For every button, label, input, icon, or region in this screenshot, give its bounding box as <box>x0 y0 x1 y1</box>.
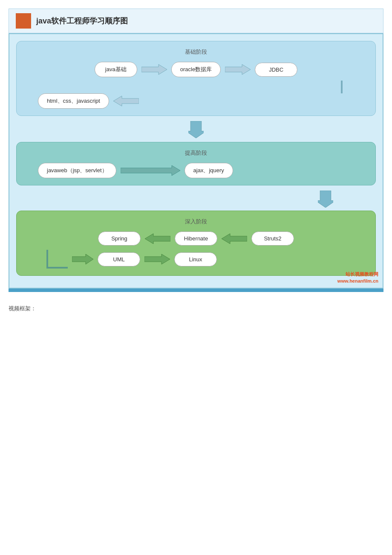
l-connector <box>46 250 68 269</box>
bottom-bar <box>9 289 383 292</box>
arrow-java-to-oracle <box>141 64 167 75</box>
svg-marker-8 <box>222 234 247 244</box>
down-arrow-basic-to-improve <box>188 121 204 139</box>
basic-row1: java基础 oracle数据库 JDBC <box>25 62 367 77</box>
arrow-uml-to-linux <box>144 253 170 265</box>
arrow-html-from-jdbc <box>113 95 139 107</box>
down-arrow-2-container <box>16 191 376 209</box>
node-html: html、css、javascript <box>38 93 109 109</box>
node-oracle: oracle数据库 <box>171 62 221 77</box>
arrow-hibernate-to-spring <box>145 233 170 245</box>
page-wrapper: java软件工程师学习顺序图 基础阶段 java基础 oracle数据库 <box>9 9 383 312</box>
arrow-oracle-to-jdbc <box>225 64 251 75</box>
title-bar: java软件工程师学习顺序图 <box>9 9 383 33</box>
svg-marker-5 <box>121 165 180 176</box>
deep-row2: UML Linux <box>25 250 367 269</box>
arrow-javaweb-to-ajax <box>121 165 180 176</box>
svg-marker-7 <box>145 234 170 244</box>
stage-improve: 提高阶段 javaweb（jsp、servlet） ajax、jquery <box>16 142 376 185</box>
node-ajax: ajax、jquery <box>184 163 233 178</box>
jdbc-down-connector <box>25 81 367 93</box>
down-arrow-1 <box>16 121 376 139</box>
watermark-line2: www.henanfilm.cn <box>337 278 378 284</box>
node-java-basic: java基础 <box>95 62 137 77</box>
node-struts2: Struts2 <box>251 231 294 246</box>
watermark-line1: 站长视频教程网 <box>337 271 378 278</box>
stage-deep: 深入阶段 Spring Hibernate Struts2 <box>16 211 376 276</box>
down-arrow-improve-to-deep <box>318 191 333 209</box>
arrow-l-to-uml <box>72 253 93 265</box>
stage-improve-label: 提高阶段 <box>25 149 367 157</box>
video-frame-label: 视频框架： <box>9 305 383 312</box>
svg-marker-1 <box>225 64 251 75</box>
node-hibernate: Hibernate <box>175 231 217 246</box>
svg-marker-9 <box>72 254 93 264</box>
arrow-struts-to-hibernate <box>222 233 247 245</box>
stage-basic: 基础阶段 java基础 oracle数据库 <box>16 41 376 116</box>
node-jdbc: JDBC <box>255 63 297 77</box>
stage-deep-label: 深入阶段 <box>25 218 367 225</box>
svg-marker-10 <box>144 254 170 264</box>
svg-marker-0 <box>141 64 167 75</box>
svg-marker-6 <box>318 191 333 208</box>
basic-row2: html、css、javascript <box>25 93 367 109</box>
node-uml: UML <box>98 252 140 266</box>
stage-basic-label: 基础阶段 <box>25 48 367 56</box>
node-linux: Linux <box>174 252 217 266</box>
deep-row1: Spring Hibernate Struts2 <box>25 231 367 246</box>
improve-row: javaweb（jsp、servlet） ajax、jquery <box>25 163 367 178</box>
svg-marker-3 <box>113 96 139 106</box>
node-javaweb: javaweb（jsp、servlet） <box>38 163 116 178</box>
node-spring: Spring <box>98 231 141 246</box>
svg-marker-4 <box>188 121 204 138</box>
watermark: 站长视频教程网 www.henanfilm.cn <box>337 271 378 284</box>
basic-stage-content: java基础 oracle数据库 JDBC <box>25 62 367 109</box>
diagram-container: 基础阶段 java基础 oracle数据库 <box>9 33 383 289</box>
page-title: java软件工程师学习顺序图 <box>36 16 128 26</box>
title-accent <box>16 13 31 29</box>
